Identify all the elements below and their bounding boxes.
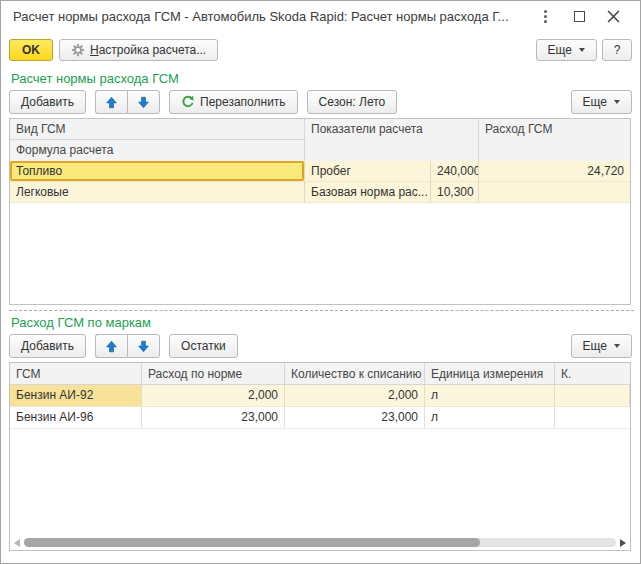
table-row[interactable]: Бензин АИ-92 2,000 2,000 л [10,385,630,407]
cell-indicator-name[interactable]: Пробег [305,161,431,181]
header-gsm[interactable]: ГСМ [10,363,142,384]
window-controls [536,8,628,26]
arrow-up-icon [105,340,118,353]
table-empty-area [10,203,630,304]
header-formula[interactable]: Формула расчета [10,140,304,161]
horizontal-scrollbar[interactable] [14,537,626,548]
scroll-left-icon[interactable] [14,539,20,547]
refresh-icon [181,95,195,109]
section1-add-button[interactable]: Добавить [9,90,86,114]
gsm-brands-table: ГСМ Расход по норме Количество к списани… [9,362,631,551]
app-window: Расчет нормы расхода ГСМ - Автомобиль Sk… [0,0,641,564]
command-bar: OK Настройка расчета... Еще ? [1,37,640,63]
section2-add-button[interactable]: Добавить [9,334,86,358]
section1-move-down-button[interactable] [127,90,160,114]
title-bar: Расчет нормы расхода ГСМ - Автомобиль Sk… [1,1,640,32]
section1-toolbar: Добавить Перезаполнить Сезон: Лето [1,89,640,115]
norm-calculation-table: Вид ГСМ Формула расчета Показатели расче… [9,118,631,305]
form-more-button[interactable]: Еще [536,39,597,61]
kebab-icon [544,10,547,23]
header-kind-gsm[interactable]: Вид ГСМ [10,119,304,140]
cell-gsm[interactable]: Бензин АИ-92 [10,385,142,406]
header-unit[interactable]: Единица измерения [425,363,555,384]
section-splitter[interactable] [9,310,634,311]
cell-indicator-name[interactable]: Базовая норма рас... [305,182,431,202]
cell-norm[interactable]: 23,000 [142,407,285,428]
chevron-down-icon [614,100,620,104]
cell-consumption[interactable] [479,182,630,202]
table-row[interactable]: Топливо Пробег 240,000 24,720 [10,161,630,182]
chevron-down-icon [614,344,620,348]
cell-indicator-value[interactable]: 240,000 [431,161,479,181]
section2-move-up-button[interactable] [95,334,127,358]
section2-toolbar: Добавить Остатки Еще [1,333,640,359]
season-button[interactable]: Сезон: Лето [307,90,398,114]
header-writeoff-qty[interactable]: Количество к списанию [285,363,425,384]
table-empty-area [10,429,630,550]
scrollbar-thumb[interactable] [24,538,480,547]
header-indicators[interactable]: Показатели расчета [305,119,479,161]
maximize-icon [574,11,585,22]
calculation-settings-button[interactable]: Настройка расчета... [59,39,218,61]
arrow-up-icon [105,96,118,109]
section2-more-button[interactable]: Еще [571,334,632,358]
norm-table-header: Вид ГСМ Формула расчета Показатели расче… [10,119,630,161]
section2-title: Расход ГСМ по маркам [11,315,151,330]
table-row[interactable]: Бензин АИ-96 23,000 23,000 л [10,407,630,429]
cell-unit[interactable]: л [425,385,555,406]
arrow-down-icon [137,96,150,109]
cell-norm[interactable]: 2,000 [142,385,285,406]
section1-refill-button[interactable]: Перезаполнить [169,90,298,114]
scroll-right-icon[interactable] [620,539,626,547]
close-icon [607,10,620,23]
window-menu-button[interactable] [536,8,554,26]
cell-k[interactable] [555,407,630,428]
cell-k[interactable] [555,385,630,406]
settings-label: Настройка расчета... [90,43,206,57]
table-row[interactable]: Легковые Базовая норма рас... 10,300 [10,182,630,203]
cell-consumption[interactable]: 24,720 [479,161,630,181]
arrow-down-icon [137,340,150,353]
header-consumption[interactable]: Расход ГСМ [479,119,630,161]
scrollbar-track[interactable] [24,538,616,547]
section1-more-button[interactable]: Еще [571,90,632,114]
section1-move-up-button[interactable] [95,90,127,114]
section1-move-buttons [95,90,160,114]
ok-button[interactable]: OK [9,39,53,61]
chevron-down-icon [579,48,585,52]
cell-writeoff-qty[interactable]: 23,000 [285,407,425,428]
cell-unit[interactable]: л [425,407,555,428]
cell-indicator-value[interactable]: 10,300 [431,182,479,202]
section2-move-down-button[interactable] [127,334,160,358]
cell-writeoff-qty[interactable]: 2,000 [285,385,425,406]
header-norm[interactable]: Расход по норме [142,363,285,384]
cell-gsm[interactable]: Бензин АИ-96 [10,407,142,428]
cell-kind-gsm[interactable]: Топливо [10,161,305,181]
section2-move-buttons [95,334,160,358]
balances-button[interactable]: Остатки [169,334,238,358]
section1-title: Расчет нормы расхода ГСМ [11,71,179,86]
help-button[interactable]: ? [602,39,632,61]
header-k[interactable]: К. [555,363,630,384]
cell-formula[interactable]: Легковые [10,182,305,202]
close-button[interactable] [604,8,622,26]
gear-icon [71,43,85,57]
brands-table-header: ГСМ Расход по норме Количество к списани… [10,363,630,385]
window-title: Расчет нормы расхода ГСМ - Автомобиль Sk… [13,9,509,24]
maximize-button[interactable] [570,8,588,26]
